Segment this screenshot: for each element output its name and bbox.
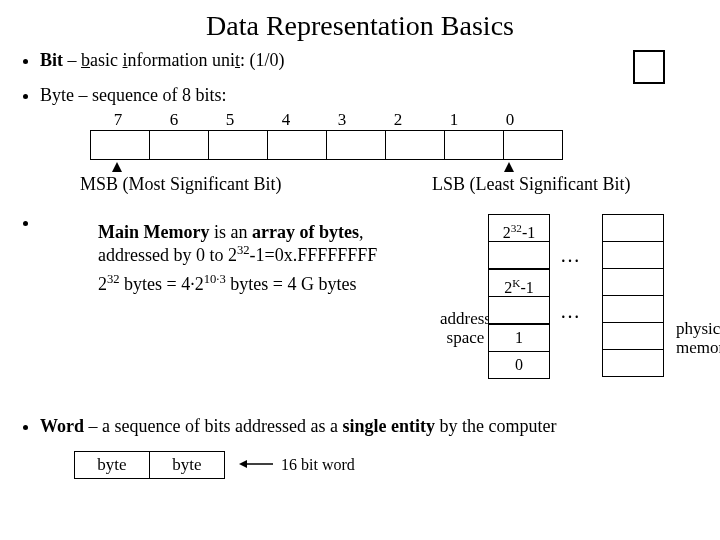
bullet-memory: Main Memory is an array of bytes, addres… xyxy=(40,212,720,402)
addr-cell-0: 0 xyxy=(488,352,550,379)
arrow-up-icon xyxy=(504,162,514,172)
bit-bold: Bit xyxy=(40,50,63,70)
bullet-bit: Bit – basic information unit: (1/0) xyxy=(40,50,720,71)
byte-table xyxy=(90,130,563,160)
word-diagram: byte byte 16 bit word xyxy=(74,451,720,479)
word-byte-cell: byte xyxy=(74,451,150,479)
svg-marker-1 xyxy=(239,460,247,468)
physical-memory-label: physicalmemory xyxy=(676,320,720,357)
arrow-up-icon xyxy=(112,162,122,172)
address-space-label: addressspace xyxy=(440,310,491,347)
byte-lead: Byte – sequence of 8 bits: xyxy=(40,85,720,106)
physical-memory-column xyxy=(602,214,664,377)
word-byte-cell: byte xyxy=(150,451,225,479)
lsb-label: LSB (Least Significant Bit) xyxy=(432,174,630,195)
address-space-column: 232-1 … 2K-1 … 1 0 xyxy=(488,214,550,379)
addr-cell-1: 1 xyxy=(488,324,550,352)
bit-box xyxy=(633,50,665,84)
slide-title: Data Representation Basics xyxy=(0,0,720,50)
bullet-byte: Byte – sequence of 8 bits: 7 6 5 4 3 2 1… xyxy=(40,85,720,198)
addr-cell-top: 232-1 xyxy=(488,214,550,242)
bullet-word: Word – a sequence of bits addressed as a… xyxy=(40,416,720,437)
word16-label: 16 bit word xyxy=(281,456,355,474)
byte-bit-numbers: 7 6 5 4 3 2 1 0 xyxy=(90,110,720,130)
addr-cell-mid: 2K-1 xyxy=(488,269,550,297)
arrow-left-icon xyxy=(239,455,273,476)
msb-label: MSB (Most Significant Bit) xyxy=(80,174,282,195)
memory-text: Main Memory is an array of bytes, addres… xyxy=(98,222,438,295)
